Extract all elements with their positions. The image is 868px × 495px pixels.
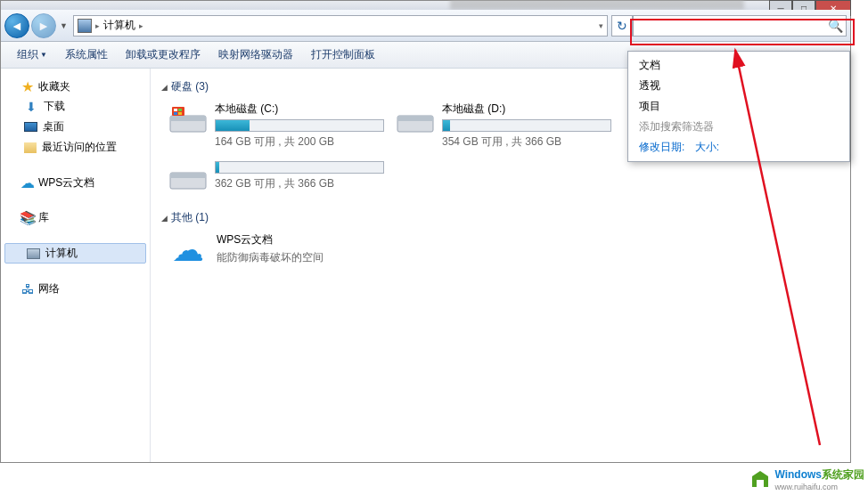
drive-stats: 354 GB 可用 , 共 366 GB <box>442 134 614 150</box>
nav-item-downloads[interactable]: ⬇ 下载 <box>1 96 150 117</box>
drive-icon <box>168 101 208 137</box>
desktop-icon <box>24 122 37 132</box>
nav-group-favorites: ★ 收藏夹 ⬇ 下载 桌面 最近访问的位置 <box>1 77 150 158</box>
nav-bar: ◄ ► ▼ ▸ 计算机 ▸ ▾ ↻ 🔍 <box>1 10 850 42</box>
drive-stats: 164 GB 可用 , 共 200 GB <box>215 134 387 150</box>
drive-capacity-bar <box>215 119 384 132</box>
drive-name: 本地磁盘 (C:) <box>215 101 387 117</box>
watermark: Windows系统家园 www.ruihaifu.com <box>749 466 864 491</box>
svg-rect-10 <box>170 173 206 178</box>
downloads-icon: ⬇ <box>24 100 38 114</box>
nav-group-libraries: 📚 库 <box>1 208 150 227</box>
search-icon[interactable]: 🔍 <box>828 19 843 33</box>
nav-history-dropdown[interactable]: ▼ <box>60 21 68 30</box>
svg-rect-1 <box>170 116 206 121</box>
library-icon: 📚 <box>20 211 35 225</box>
drive-capacity-bar <box>442 119 611 132</box>
map-network-drive-button[interactable]: 映射网络驱动器 <box>211 44 300 66</box>
collapse-icon: ◢ <box>161 214 168 223</box>
nav-item-desktop[interactable]: 桌面 <box>1 117 150 137</box>
drive-icon <box>396 101 435 137</box>
watermark-url: www.ruihaifu.com <box>774 483 864 491</box>
breadcrumb-separator: ▸ <box>95 21 100 30</box>
nav-label: 最近访问的位置 <box>42 140 117 155</box>
computer-icon <box>27 248 40 259</box>
svg-rect-5 <box>174 112 177 115</box>
recent-icon <box>24 142 37 153</box>
nav-group-wps: ☁ WPS云文档 <box>1 174 150 192</box>
svg-rect-8 <box>397 116 433 121</box>
nav-label: WPS云文档 <box>38 175 94 191</box>
nav-group-network: 🖧 网络 <box>1 280 150 298</box>
drive-name: 本地磁盘 (D:) <box>442 101 614 117</box>
search-suggestion-item[interactable]: 项目 <box>628 96 849 117</box>
open-control-panel-button[interactable]: 打开控制面板 <box>304 44 382 66</box>
search-filters: 修改日期: 大小: <box>628 137 849 158</box>
group-label: 其他 (1) <box>171 210 209 225</box>
filter-size[interactable]: 大小: <box>695 141 719 153</box>
search-input[interactable] <box>633 15 847 37</box>
drive-item-d[interactable]: 本地磁盘 (D:) 354 GB 可用 , 共 366 GB <box>396 101 614 150</box>
breadcrumb-location[interactable]: 计算机 <box>103 18 135 33</box>
search-suggestion-item[interactable]: 透视 <box>628 76 849 96</box>
search-filter-label: 添加搜索筛选器 <box>628 117 849 137</box>
organize-menu[interactable]: 组织▼ <box>10 44 54 66</box>
drive-icon <box>168 158 208 194</box>
collapse-icon: ◢ <box>161 83 168 92</box>
refresh-button[interactable]: ↻ <box>611 15 633 37</box>
nav-back-button[interactable]: ◄ <box>4 13 29 38</box>
nav-libraries-header[interactable]: 📚 库 <box>1 208 150 227</box>
nav-label: 库 <box>38 210 49 225</box>
breadcrumb[interactable]: ▸ 计算机 ▸ ▾ <box>73 15 608 37</box>
nav-favorites-header[interactable]: ★ 收藏夹 <box>1 77 150 96</box>
drive-capacity-bar <box>215 161 384 174</box>
other-group: ☁ WPS云文档 能防御病毒破坏的空间 <box>161 232 839 268</box>
cloud-description: 能防御病毒破坏的空间 <box>217 250 323 265</box>
wps-cloud-item[interactable]: ☁ WPS云文档 能防御病毒破坏的空间 <box>168 232 323 268</box>
breadcrumb-separator[interactable]: ▸ <box>139 21 143 30</box>
explorer-window: ─ □ ✕ ◄ ► ▼ ▸ 计算机 ▸ ▾ ↻ 🔍 文档 透视 项目 添加搜索筛… <box>0 0 851 463</box>
nav-label: 网络 <box>38 281 60 296</box>
breadcrumb-dropdown[interactable]: ▾ <box>599 21 603 30</box>
nav-forward-button[interactable]: ► <box>31 13 56 38</box>
drive-item-c[interactable]: 本地磁盘 (C:) 164 GB 可用 , 共 200 GB <box>168 101 387 150</box>
group-label: 硬盘 (3) <box>171 79 209 94</box>
nav-computer-header[interactable]: 计算机 <box>4 243 146 264</box>
nav-wps-header[interactable]: ☁ WPS云文档 <box>1 174 150 192</box>
drive-item-3[interactable]: 362 GB 可用 , 共 366 GB <box>168 158 387 194</box>
svg-rect-6 <box>178 112 182 115</box>
search-suggestions-dropdown: 文档 透视 项目 添加搜索筛选器 修改日期: 大小: <box>627 51 850 162</box>
svg-rect-4 <box>178 109 182 111</box>
search-wrapper: 🔍 <box>633 15 847 37</box>
drive-stats: 362 GB 可用 , 共 366 GB <box>215 176 387 191</box>
network-icon: 🖧 <box>20 282 35 296</box>
svg-rect-3 <box>174 109 177 111</box>
uninstall-programs-button[interactable]: 卸载或更改程序 <box>119 44 208 66</box>
filter-modified-date[interactable]: 修改日期: <box>639 141 684 153</box>
watermark-logo-icon <box>749 469 771 489</box>
star-icon: ★ <box>20 80 35 94</box>
watermark-brand: Windows系统家园 <box>774 466 864 483</box>
system-properties-button[interactable]: 系统属性 <box>58 44 115 66</box>
navigation-pane: ★ 收藏夹 ⬇ 下载 桌面 最近访问的位置 <box>1 69 151 462</box>
cloud-icon: ☁ <box>168 232 208 268</box>
computer-icon <box>78 19 92 33</box>
nav-item-recent[interactable]: 最近访问的位置 <box>1 137 150 158</box>
nav-network-header[interactable]: 🖧 网络 <box>1 280 150 298</box>
title-bar: ─ □ ✕ <box>1 1 850 10</box>
nav-label: 计算机 <box>45 246 78 261</box>
cloud-name: WPS云文档 <box>217 232 323 248</box>
nav-label: 桌面 <box>43 119 64 134</box>
nav-label: 收藏夹 <box>38 79 70 94</box>
nav-label: 下载 <box>44 99 65 114</box>
group-header-other[interactable]: ◢ 其他 (1) <box>161 210 839 225</box>
nav-group-computer: 计算机 <box>1 243 150 264</box>
cloud-icon: ☁ <box>20 176 35 191</box>
search-suggestion-item[interactable]: 文档 <box>628 55 849 76</box>
title-blur <box>450 0 744 10</box>
